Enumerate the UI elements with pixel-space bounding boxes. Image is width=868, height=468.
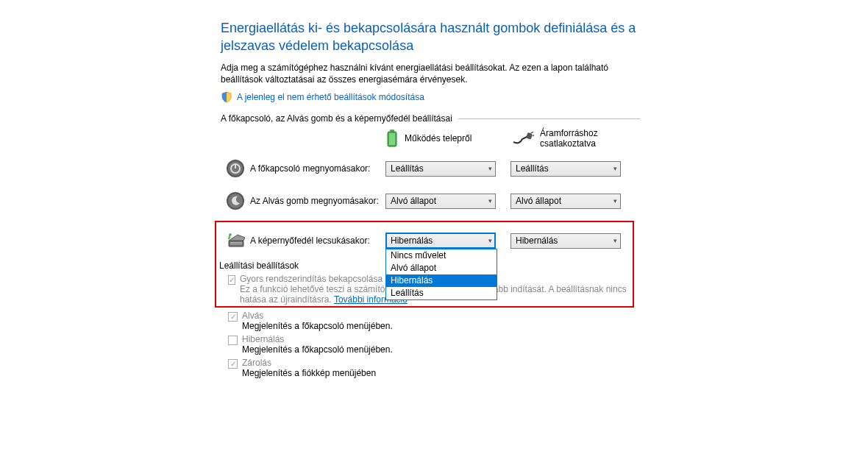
svg-rect-14 [230, 244, 242, 244]
hibernate-option-label: Hibernálás [242, 334, 393, 344]
power-button-ac-combo[interactable]: Leállítás ▾ [511, 161, 621, 177]
column-headers: Működés telepről Áramforráshoz csatlakoz… [221, 128, 640, 149]
sleep-button-ac-combo[interactable]: Alvó állapot ▾ [511, 194, 621, 209]
hibernate-option-desc: Megjelenítés a főkapcsoló menüjében. [242, 344, 393, 355]
modify-settings-row[interactable]: A jelenleg el nem érhető beállítások mód… [221, 91, 640, 103]
sleep-checkbox [228, 312, 238, 322]
battery-icon [385, 129, 399, 148]
power-button-label: A főkapcsoló megnyomásakor: [250, 163, 385, 174]
hibernate-checkbox [228, 336, 238, 345]
fast-startup-checkbox [228, 275, 235, 285]
column-on-battery: Működés telepről [385, 128, 500, 149]
lock-checkbox [228, 359, 238, 369]
combo-value: Alvó állapot [516, 196, 561, 206]
sleep-button-row: Az Alvás gomb megnyomásakor: Alvó állapo… [221, 188, 640, 213]
dropdown-option[interactable]: Alvó állapot [386, 262, 497, 274]
highlight-box: A képernyőfedél lecsukásakor: Hibernálás… [215, 221, 634, 308]
chevron-down-icon: ▾ [613, 165, 617, 172]
lock-option-label: Zárolás [242, 358, 376, 368]
power-button-battery-combo[interactable]: Leállítás ▾ [385, 161, 496, 177]
page-title: Energiaellátás ki- és bekapcsolására has… [221, 19, 640, 54]
chevron-down-icon: ▾ [613, 237, 617, 244]
lid-close-label: A képernyőfedél lecsukásakor: [250, 235, 385, 246]
svg-rect-13 [230, 242, 242, 243]
sleep-option-row: Alvás Megjelenítés a főkapcsoló menüjébe… [228, 311, 640, 331]
hibernate-option-row: Hibernálás Megjelenítés a főkapcsoló men… [228, 334, 640, 355]
svg-rect-2 [389, 133, 395, 145]
page-description: Adja meg a számítógéphez használni kíván… [221, 62, 633, 85]
shield-icon [221, 91, 232, 103]
lock-option-desc: Megjelenítés a fiókkép menüjében [242, 368, 376, 378]
power-button-icon [226, 159, 245, 178]
sleep-option-desc: Megjelenítés a főkapcsoló menüjében. [242, 321, 393, 331]
column-on-battery-label: Működés telepről [405, 133, 472, 143]
combo-value: Hibernálás [391, 235, 433, 246]
sleep-option-label: Alvás [242, 311, 393, 321]
dropdown-option[interactable]: Leállítás [386, 287, 497, 299]
power-button-row: A főkapcsoló megnyomásakor: Leállítás ▾ … [221, 156, 640, 181]
chevron-down-icon: ▾ [613, 197, 617, 205]
svg-line-4 [531, 132, 533, 133]
combo-value: Leállítás [516, 163, 549, 174]
plug-icon [512, 132, 534, 145]
lid-close-battery-dropdown[interactable]: Nincs művelet Alvó állapot Hibernálás Le… [385, 249, 497, 300]
sleep-button-label: Az Alvás gomb megnyomásakor: [250, 196, 385, 206]
lid-close-row: A képernyőfedél lecsukásakor: Hibernálás… [221, 228, 628, 253]
sleep-button-icon [226, 191, 245, 210]
svg-line-5 [533, 135, 534, 136]
lid-close-ac-combo[interactable]: Hibernálás ▾ [511, 233, 621, 249]
chevron-down-icon: ▾ [488, 165, 492, 172]
combo-value: Alvó állapot [391, 196, 436, 206]
divider [458, 118, 640, 119]
chevron-down-icon: ▾ [488, 237, 492, 244]
column-plugged-in-label: Áramforráshoz csatlakoztatva [540, 128, 627, 149]
column-plugged-in: Áramforráshoz csatlakoztatva [512, 128, 627, 149]
buttons-section-header: A főkapcsoló, az Alvás gomb és a képerny… [221, 113, 640, 124]
lock-option-row: Zárolás Megjelenítés a fiókkép menüjében [228, 358, 640, 378]
laptop-lid-icon [224, 232, 246, 249]
sleep-button-battery-combo[interactable]: Alvó állapot ▾ [385, 194, 496, 209]
buttons-section-title: A főkapcsoló, az Alvás gomb és a képerny… [221, 113, 452, 124]
lid-close-battery-combo[interactable]: Hibernálás ▾ Nincs művelet Alvó állapot … [385, 233, 496, 249]
power-options-panel: Energiaellátás ki- és bekapcsolására has… [0, 0, 640, 378]
chevron-down-icon: ▾ [488, 197, 492, 205]
dropdown-option[interactable]: Nincs művelet [386, 249, 497, 262]
modify-settings-link[interactable]: A jelenleg el nem érhető beállítások mód… [237, 92, 424, 102]
combo-value: Leállítás [391, 163, 424, 174]
combo-value: Hibernálás [516, 235, 558, 246]
dropdown-option-selected[interactable]: Hibernálás [386, 274, 497, 287]
